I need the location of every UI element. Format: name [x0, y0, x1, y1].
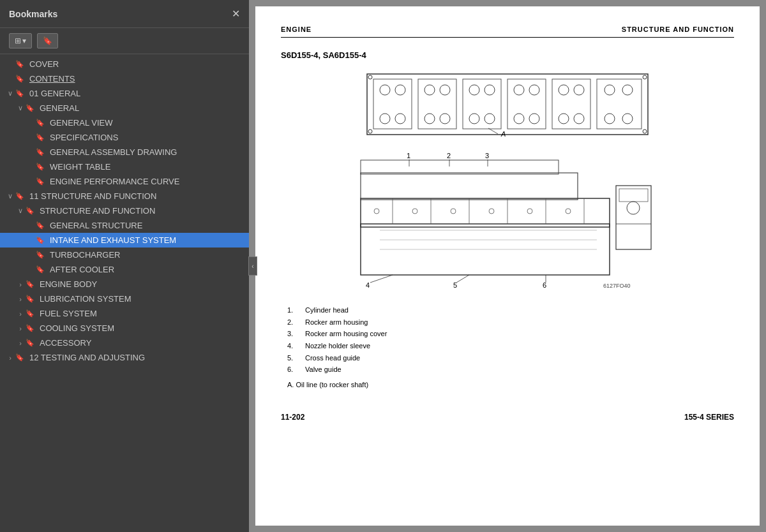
svg-point-59	[566, 209, 571, 214]
svg-point-25	[559, 114, 569, 124]
bookmark-item-turbocharger[interactable]: 🔖TURBOCHARGER	[0, 248, 249, 262]
bookmark-icon-generalview: 🔖	[36, 119, 46, 127]
series-label: 155-4 SERIES	[684, 413, 734, 422]
bookmark-item-enginebody[interactable]: ›🔖ENGINE BODY	[0, 277, 249, 292]
bookmark-icon-aftercooler: 🔖	[36, 265, 46, 274]
bookmark-icon-lubsystem: 🔖	[26, 295, 36, 303]
bookmark-icon-structurefunction: 🔖	[26, 207, 36, 215]
svg-line-69	[370, 275, 393, 283]
part-name: Rocker arm housing cover	[305, 328, 387, 340]
page-footer: 11-202 155-4 SERIES	[281, 408, 734, 422]
expand-icon: ⊞	[15, 36, 21, 45]
bookmark-item-intakeexhaust[interactable]: 🔖INTAKE AND EXHAUST SYSTEM	[0, 233, 249, 248]
bookmark-icon-specifications: 🔖	[36, 133, 46, 142]
bookmark-label-enginebody: ENGINE BODY	[40, 279, 97, 289]
part-num: 6.	[287, 364, 300, 376]
svg-point-28	[622, 85, 633, 95]
svg-point-58	[527, 209, 532, 214]
bookmark-label-enginecurve: ENGINE PERFORMANCE CURVE	[50, 177, 179, 186]
svg-point-11	[424, 85, 435, 95]
bookmark-item-contents[interactable]: 🔖CONTENTS	[0, 71, 249, 86]
svg-rect-40	[361, 160, 559, 174]
bookmark-icon-11structure: 🔖	[15, 192, 26, 200]
bookmark-item-weighttable[interactable]: 🔖WEIGHT TABLE	[0, 159, 249, 174]
expand-arrow-accessory: ›	[15, 339, 26, 347]
svg-point-19	[514, 85, 524, 95]
svg-rect-1	[373, 79, 412, 129]
svg-text:4: 4	[366, 281, 370, 289]
bookmark-item-cover[interactable]: 🔖COVER	[0, 57, 249, 71]
svg-point-27	[605, 85, 615, 95]
bookmark-item-enginecurve[interactable]: 🔖ENGINE PERFORMANCE CURVE	[0, 174, 249, 189]
expand-arrow-enginebody: ›	[15, 281, 26, 288]
svg-rect-5	[552, 79, 590, 129]
bookmark-label-generalstructure: GENERAL STRUCTURE	[50, 221, 142, 230]
bookmark-item-fuelsystem[interactable]: ›🔖FUEL SYSTEM	[0, 306, 249, 321]
bookmark-item-structurefunction[interactable]: ∨🔖STRUCTURE AND FUNCTION	[0, 203, 249, 218]
expand-arrow-general[interactable]: ∨	[15, 104, 26, 112]
svg-point-14	[440, 114, 450, 124]
bookmark-item-generalview[interactable]: 🔖GENERAL VIEW	[0, 115, 249, 130]
svg-point-21	[514, 114, 524, 124]
part-num: 3.	[287, 328, 300, 340]
part-row: 3.Rocker arm housing cover	[287, 328, 734, 340]
svg-text:1: 1	[407, 152, 410, 159]
sidebar: Bookmarks ✕ ⊞ ▾ 🔖 🔖COVER🔖CONTENTS∨🔖01 GE…	[0, 0, 249, 532]
expand-arrow-11structure[interactable]: ∨	[5, 192, 15, 200]
main-content: ENGINE STRUCTURE AND FUNCTION S6D155-4, …	[249, 0, 766, 532]
svg-point-32	[643, 75, 647, 79]
bookmark-icon-cover: 🔖	[15, 60, 26, 68]
part-name: Valve guide	[305, 364, 342, 376]
bookmark-item-aftercooler[interactable]: 🔖AFTER COOLER	[0, 262, 249, 277]
bookmark-icon-generalstructure: 🔖	[36, 221, 46, 230]
bookmark-search-button[interactable]: 🔖	[37, 33, 58, 48]
svg-rect-3	[463, 79, 501, 129]
expand-arrow-structurefunction[interactable]: ∨	[15, 207, 26, 215]
bookmark-item-general[interactable]: ∨🔖GENERAL	[0, 101, 249, 115]
bookmark-icon-enginecurve: 🔖	[36, 177, 46, 186]
bookmark-icon-accessory: 🔖	[26, 339, 36, 347]
svg-point-33	[368, 129, 372, 133]
svg-line-70	[456, 275, 469, 283]
bookmark-item-coolingsystem[interactable]: ›🔖COOLING SYSTEM	[0, 321, 249, 336]
engine-diagram-top: A	[361, 68, 654, 141]
svg-point-16	[484, 85, 495, 95]
bookmark-item-01general[interactable]: ∨🔖01 GENERAL	[0, 86, 249, 101]
expand-arrow-12testing: ›	[5, 354, 15, 362]
parts-list: 1.Cylinder head2.Rocker arm housing3.Roc…	[281, 304, 734, 376]
document-page: ENGINE STRUCTURE AND FUNCTION S6D155-4, …	[255, 6, 760, 526]
close-button[interactable]: ✕	[232, 8, 240, 20]
svg-point-29	[605, 114, 615, 124]
bookmark-label-general: GENERAL	[40, 103, 79, 113]
part-row: 4.Nozzle holder sleeve	[287, 340, 734, 352]
collapse-panel-button[interactable]: ‹	[248, 256, 257, 276]
bookmark-icon-enginebody: 🔖	[26, 280, 36, 288]
expand-arrow-01general[interactable]: ∨	[5, 89, 15, 98]
bookmark-label-11structure: 11 STRUCTURE AND FUNCTION	[29, 191, 156, 201]
part-num: 4.	[287, 340, 300, 352]
svg-point-15	[469, 85, 479, 95]
bookmark-icon-general: 🔖	[26, 104, 36, 112]
svg-rect-2	[418, 79, 456, 129]
bookmark-item-accessory[interactable]: ›🔖ACCESSORY	[0, 336, 249, 350]
svg-point-54	[374, 209, 379, 214]
parts-note: A. Oil line (to rocker shaft)	[281, 381, 734, 388]
svg-text:6127FO40: 6127FO40	[603, 283, 631, 289]
bookmark-item-11structure[interactable]: ∨🔖11 STRUCTURE AND FUNCTION	[0, 189, 249, 203]
bookmark-item-generalassembly[interactable]: 🔖GENERAL ASSEMBLY DRAWING	[0, 145, 249, 159]
expand-all-button[interactable]: ⊞ ▾	[9, 33, 32, 48]
svg-point-12	[440, 85, 450, 95]
bookmark-item-12testing[interactable]: ›🔖12 TESTING AND ADJUSTING	[0, 350, 249, 365]
svg-point-13	[424, 114, 435, 124]
svg-point-9	[380, 114, 390, 124]
bookmark-icon-contents: 🔖	[15, 75, 26, 83]
svg-point-31	[368, 75, 372, 79]
svg-point-7	[380, 85, 390, 95]
header-engine-label: ENGINE	[281, 26, 312, 33]
engine-diagram-side: 1 2 3 4 5 6 6127FO40	[354, 147, 661, 294]
bookmark-item-generalstructure[interactable]: 🔖GENERAL STRUCTURE	[0, 218, 249, 233]
bookmark-item-lubsystem[interactable]: ›🔖LUBRICATION SYSTEM	[0, 292, 249, 306]
part-name: Nozzle holder sleeve	[305, 340, 370, 352]
bookmark-item-specifications[interactable]: 🔖SPECIFICATIONS	[0, 130, 249, 145]
svg-point-17	[469, 114, 479, 124]
